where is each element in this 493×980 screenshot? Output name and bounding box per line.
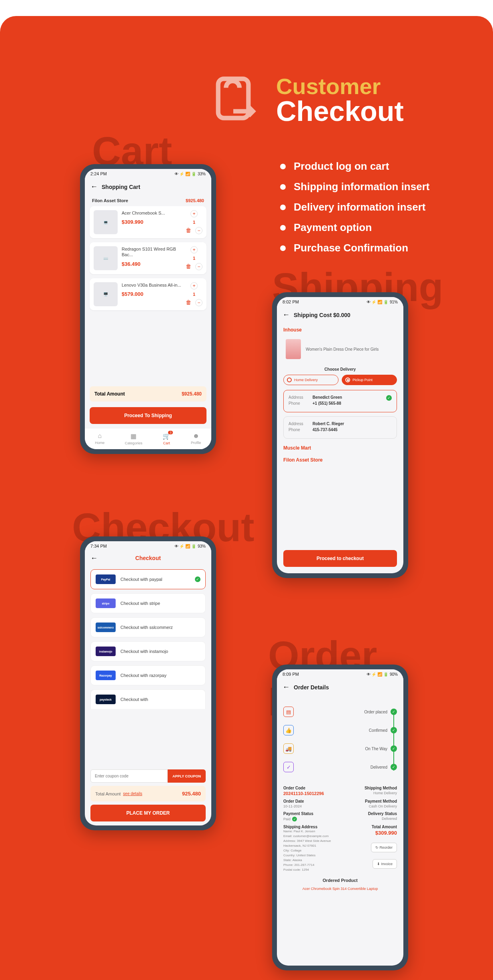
paypal-logo: PayPal — [96, 574, 116, 584]
address-phone: +1 (551) 565-88 — [313, 401, 341, 406]
shipping-address: Name: Paul K. Jensen Email: customer@exa… — [283, 829, 338, 872]
payment-method-stripe[interactable]: stripe Checkout with stripe — [90, 593, 206, 613]
check-icon: ✓ — [391, 745, 397, 752]
nav-profile[interactable]: ☻Profile — [191, 432, 201, 445]
user-icon: ☻ — [192, 432, 199, 440]
store-total: $925.480 — [186, 198, 204, 203]
qty-value: 1 — [193, 220, 195, 225]
cart-badge: 3 — [168, 431, 173, 434]
cart-icon: 🛒3 — [162, 432, 170, 440]
back-icon[interactable]: ← — [283, 311, 290, 319]
product-row: Women's Plain Dress One Piece for Girls — [283, 337, 397, 361]
feature-item: Shipping information insert — [280, 177, 429, 197]
payment-method-razorpay[interactable]: Razorpay Checkout with razorpay — [90, 665, 206, 685]
order-code: 20241110-15012296 — [283, 791, 338, 796]
status-icons: 👁 ⚡ 📶 🔋 93% — [174, 544, 206, 548]
shopping-export-icon — [208, 72, 264, 128]
nav-categories[interactable]: ▦Categories — [125, 432, 142, 445]
check-icon: ✓ — [391, 727, 397, 733]
track-label: Delivered — [371, 765, 387, 769]
total-label: Total Amount — [94, 391, 125, 397]
address-phone: 415-737-5445 — [313, 428, 337, 432]
see-details-link[interactable]: see details — [123, 791, 142, 796]
payment-method-instamojo[interactable]: instamojo Checkout with instamojo — [90, 641, 206, 661]
apply-coupon-button[interactable]: APPLY COUPON — [168, 769, 206, 783]
cart-item: 🖥️ Lenovo V30a Business All-in... $579.0… — [90, 278, 206, 310]
instamojo-logo: instamojo — [96, 647, 116, 656]
track-label: Order placed — [364, 710, 387, 714]
shipping-method: Home Delivery — [343, 791, 397, 795]
status-icons: 👁 ⚡ 📶 🔋 33% — [174, 172, 206, 176]
order-date: 10-11-2024 — [283, 804, 338, 808]
reorder-button[interactable]: ↻ Reorder — [371, 843, 397, 852]
invoice-button[interactable]: ⬇ Invoice — [373, 859, 397, 869]
cart-list: 💻 Acer Chromebook S... $309.990 + 1 🗑 − — [85, 206, 211, 383]
trash-icon[interactable]: 🗑 — [186, 227, 193, 234]
page-title: Order Details — [294, 684, 329, 691]
hero: Customer Checkout — [208, 72, 404, 128]
page-title: Shipping Cost $0.000 — [294, 312, 351, 318]
product-price: $579.000 — [122, 291, 182, 297]
payment-method-paystack[interactable]: paystack Checkout with — [90, 689, 206, 709]
payment-method-paypal[interactable]: PayPal Checkout with paypal ✓ — [90, 569, 206, 589]
qty-minus-button[interactable]: − — [195, 263, 202, 270]
proceed-shipping-button[interactable]: Proceed To Shipping — [90, 407, 206, 424]
trash-icon[interactable]: 🗑 — [186, 299, 193, 306]
page-title: Checkout — [135, 555, 161, 561]
status-icons: 👁 ⚡ 📶 🔋 90% — [367, 672, 398, 677]
track-label: Confirmed — [369, 728, 387, 733]
back-icon[interactable]: ← — [283, 683, 290, 691]
back-icon[interactable]: ← — [90, 554, 98, 562]
payment-method: Cash On Delivery — [343, 804, 397, 808]
address-card[interactable]: AddressBenedict Green Phone+1 (551) 565-… — [283, 390, 397, 412]
cart-item: 💻 Acer Chromebook S... $309.990 + 1 🗑 − — [90, 206, 206, 238]
check-icon: ✓ — [386, 395, 392, 401]
qty-plus-button[interactable]: + — [190, 210, 198, 217]
proceed-checkout-button[interactable]: Proceed to checkout — [283, 550, 397, 567]
confirmed-icon: 👍 — [283, 725, 294, 735]
feature-item: Delivery information insert — [280, 197, 429, 217]
product-name: Lenovo V30a Business All-in... — [122, 282, 182, 288]
total-row: Total Amount see details 925.480 — [90, 786, 206, 801]
nav-home[interactable]: ⌂Home — [95, 432, 104, 445]
cart-item: ⌨️ Redragon S101 Wired RGB Bac... $36.49… — [90, 242, 206, 274]
qty-minus-button[interactable]: − — [195, 227, 202, 234]
product-image: 💻 — [94, 210, 118, 234]
qty-plus-button[interactable]: + — [190, 282, 198, 289]
check-icon: ✓ — [391, 764, 397, 770]
phone-shipping: 8:02 PM 👁 ⚡ 📶 🔋 91% ← Shipping Cost $0.0… — [272, 292, 408, 578]
feature-list: Product log on cart Shipping information… — [280, 156, 429, 258]
page-title: Shopping Cart — [102, 184, 140, 190]
qty-minus-button[interactable]: − — [195, 299, 202, 306]
product-name: Redragon S101 Wired RGB Bac... — [122, 246, 182, 258]
ordered-product-header: Ordered Product — [283, 878, 397, 883]
total-value: 925.480 — [182, 791, 201, 797]
store-name: Filon Asset Store — [92, 198, 128, 203]
feature-item: Purchase Confirmation — [280, 238, 429, 258]
qty-plus-button[interactable]: + — [190, 246, 198, 253]
status-time: 2:24 PM — [90, 171, 107, 176]
product-name: Acer Chromebook S... — [122, 210, 182, 216]
address-card[interactable]: AddressRobert C. Rieger Phone415-737-544… — [283, 416, 397, 439]
trash-icon[interactable]: 🗑 — [186, 263, 193, 270]
back-icon[interactable]: ← — [90, 183, 98, 191]
payment-status: Paid — [283, 817, 291, 821]
hero-line2: Checkout — [276, 95, 404, 127]
promo-canvas: Customer Checkout Product log on cart Sh… — [0, 16, 493, 980]
section-header: Filon Asset Store — [283, 457, 397, 463]
coupon-input[interactable] — [90, 769, 168, 783]
feature-item: Product log on cart — [280, 156, 429, 177]
phone-cart: 2:24 PM 👁 ⚡ 📶 🔋 33% ← Shopping Cart Filo… — [80, 164, 216, 454]
check-icon: ✓ — [195, 576, 200, 582]
product-price: $309.990 — [122, 219, 182, 225]
pickup-point-option[interactable]: Pickup Point — [342, 375, 397, 385]
paystack-logo: paystack — [96, 695, 116, 704]
place-order-button[interactable]: PLACE MY ORDER — [90, 805, 206, 821]
payment-method-sslcommerz[interactable]: sslcommerz Checkout with sslcommerz — [90, 617, 206, 637]
ordered-product-name: Acer Chromebook Spin 314 Convertible Lap… — [283, 887, 397, 891]
nav-cart[interactable]: 🛒3Cart — [162, 432, 170, 445]
total-amount: $309.990 — [343, 830, 397, 836]
sslcommerz-logo: sslcommerz — [96, 623, 116, 632]
radio-icon — [345, 378, 350, 382]
home-delivery-option[interactable]: Home Delivery — [283, 375, 339, 385]
